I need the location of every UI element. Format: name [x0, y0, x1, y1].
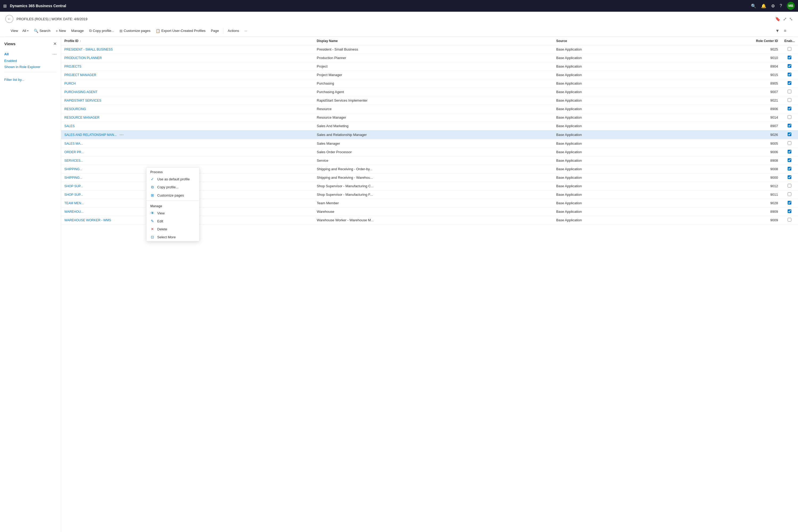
context-menu-copy-profile[interactable]: ⧉ Copy profile... — [147, 183, 199, 191]
enabled-cell[interactable] — [781, 190, 798, 199]
user-avatar[interactable]: MB — [787, 2, 795, 10]
enabled-cell[interactable] — [781, 208, 798, 216]
enabled-cell[interactable] — [781, 122, 798, 130]
sidebar-item-shown-in-role-explorer[interactable]: Shown in Role Explorer — [4, 64, 57, 70]
profile-id-link[interactable]: SHOP SUP... — [64, 184, 83, 188]
enabled-cell[interactable] — [781, 54, 798, 62]
actions-button[interactable]: Actions — [226, 28, 241, 34]
enabled-checkbox[interactable] — [787, 158, 791, 162]
profile-id-link[interactable]: PURCH — [64, 82, 76, 86]
enabled-checkbox[interactable] — [787, 98, 791, 102]
bell-icon[interactable]: 🔔 — [761, 3, 766, 8]
enabled-checkbox[interactable] — [787, 201, 791, 205]
col-display-name[interactable]: Display Name — [314, 37, 553, 45]
enabled-cell[interactable] — [781, 96, 798, 105]
profile-id-cell[interactable]: RESOURCE MANAGER — [61, 113, 314, 122]
profile-id-link[interactable]: SALES — [64, 124, 75, 128]
table-row[interactable]: RAPIDSTART SERVICESRapidStart Services I… — [61, 96, 798, 105]
col-source[interactable]: Source — [553, 37, 674, 45]
col-enabled[interactable]: Enab... — [781, 37, 798, 45]
sidebar-filter-item[interactable]: Filter list by... — [4, 75, 57, 83]
enabled-cell[interactable] — [781, 173, 798, 182]
profile-id-cell[interactable]: RESOURCING — [61, 105, 314, 113]
enabled-checkbox[interactable] — [787, 141, 791, 145]
enabled-cell[interactable] — [781, 182, 798, 190]
list-view-button[interactable]: ≡ — [783, 27, 787, 34]
table-row[interactable]: RESOURCE MANAGERResource ManagerBase App… — [61, 113, 798, 122]
sidebar-item-more-icon[interactable]: ⋯ — [52, 52, 57, 57]
sidebar-item-enabled[interactable]: Enabled — [4, 58, 57, 64]
profile-id-cell[interactable]: PROJECT MANAGER — [61, 71, 314, 79]
search-button[interactable]: 🔍 Search — [32, 28, 52, 34]
enabled-cell[interactable] — [781, 62, 798, 71]
profile-id-cell[interactable]: PRESIDENT - SMALL BUSINESS — [61, 45, 314, 54]
enabled-cell[interactable] — [781, 148, 798, 156]
enabled-cell[interactable] — [781, 130, 798, 139]
enabled-checkbox[interactable] — [787, 107, 791, 110]
enabled-checkbox[interactable] — [787, 81, 791, 85]
profile-id-cell[interactable]: SALES — [61, 122, 314, 130]
profile-id-cell[interactable]: SALES MA... — [61, 139, 314, 148]
profile-id-link[interactable]: RESOURCING — [64, 107, 86, 111]
profile-id-link[interactable]: WAREHOUSE WORKER - WMS — [64, 218, 111, 222]
profile-id-cell[interactable]: SALES AND RELATIONSHIP MAN...⋯ — [61, 130, 314, 139]
enabled-cell[interactable] — [781, 139, 798, 148]
enabled-checkbox[interactable] — [787, 184, 791, 188]
enabled-cell[interactable] — [781, 165, 798, 173]
enabled-cell[interactable] — [781, 105, 798, 113]
customize-pages-button[interactable]: ⊞ Customize pages — [117, 28, 152, 34]
page-button[interactable]: Page — [209, 28, 221, 34]
enabled-cell[interactable] — [781, 88, 798, 96]
enabled-checkbox[interactable] — [787, 73, 791, 76]
profile-id-cell[interactable]: RAPIDSTART SERVICES — [61, 96, 314, 105]
profile-id-link[interactable]: WAREHOU... — [64, 210, 83, 214]
profile-id-link[interactable]: PURCHASING AGENT — [64, 90, 97, 94]
profile-id-link[interactable]: PROJECT MANAGER — [64, 73, 96, 77]
context-menu-select-more[interactable]: ⊡ Select More — [147, 233, 199, 241]
profile-id-link[interactable]: PRESIDENT - SMALL BUSINESS — [64, 48, 113, 51]
enabled-checkbox[interactable] — [787, 175, 791, 179]
profile-id-link[interactable]: PROJECTS — [64, 65, 81, 68]
context-menu-delete[interactable]: ✕ Delete — [147, 225, 199, 233]
row-more-button[interactable]: ⋯ — [118, 132, 125, 137]
enabled-checkbox[interactable] — [787, 132, 791, 136]
profile-id-link[interactable]: RESOURCE MANAGER — [64, 116, 99, 119]
enabled-checkbox[interactable] — [787, 47, 791, 51]
more-actions-button[interactable]: ··· — [242, 28, 249, 34]
context-menu-customize-pages[interactable]: ⊞ Customize pages — [147, 191, 199, 199]
enabled-checkbox[interactable] — [787, 218, 791, 222]
table-row[interactable]: PURCHPurchasingBase Application8905 — [61, 79, 798, 88]
profile-id-link[interactable]: SHIPPING... — [64, 167, 82, 171]
profile-id-cell[interactable]: PRODUCTION PLANNER — [61, 54, 314, 62]
filter-icon-button[interactable]: ▼ — [774, 27, 781, 34]
table-row[interactable]: SERVICES...ServiceBase Application8908 — [61, 156, 798, 165]
enabled-cell[interactable] — [781, 79, 798, 88]
enabled-cell[interactable] — [781, 216, 798, 225]
context-menu-use-default[interactable]: ✓ Use as default profile — [147, 175, 199, 183]
new-button[interactable]: + New — [54, 28, 68, 34]
profile-id-cell[interactable]: PURCHASING AGENT — [61, 88, 314, 96]
profile-id-link[interactable]: SALES MA... — [64, 142, 83, 146]
expand-icon[interactable]: ⤡ — [789, 17, 793, 22]
enabled-cell[interactable] — [781, 45, 798, 54]
enabled-cell[interactable] — [781, 199, 798, 208]
enabled-cell[interactable] — [781, 156, 798, 165]
profile-id-link[interactable]: TEAM MEN... — [64, 201, 84, 205]
enabled-checkbox[interactable] — [787, 115, 791, 119]
table-row[interactable]: PROJECTSProjectBase Application8904 — [61, 62, 798, 71]
help-icon[interactable]: ? — [780, 3, 782, 8]
col-profile-id[interactable]: Profile ID ↑ — [61, 37, 314, 45]
context-menu-edit[interactable]: ✎ Edit — [147, 217, 199, 225]
table-row[interactable]: SALESSales And MarketingBase Application… — [61, 122, 798, 130]
enabled-checkbox[interactable] — [787, 209, 791, 213]
table-row[interactable]: SALES MA...Sales ManagerBase Application… — [61, 139, 798, 148]
table-row[interactable]: PRODUCTION PLANNERProduction PlannerBase… — [61, 54, 798, 62]
enabled-checkbox[interactable] — [787, 90, 791, 93]
back-button[interactable]: ← — [5, 15, 13, 23]
table-row[interactable]: RESOURCINGResourceBase Application8906 — [61, 105, 798, 113]
enabled-checkbox[interactable] — [787, 167, 791, 171]
export-button[interactable]: 📋 Export User-Created Profiles — [153, 28, 208, 34]
enabled-checkbox[interactable] — [787, 150, 791, 153]
sidebar-item-all[interactable]: All ⋯ — [4, 51, 57, 58]
col-role-center-id[interactable]: Role Center ID — [674, 37, 781, 45]
